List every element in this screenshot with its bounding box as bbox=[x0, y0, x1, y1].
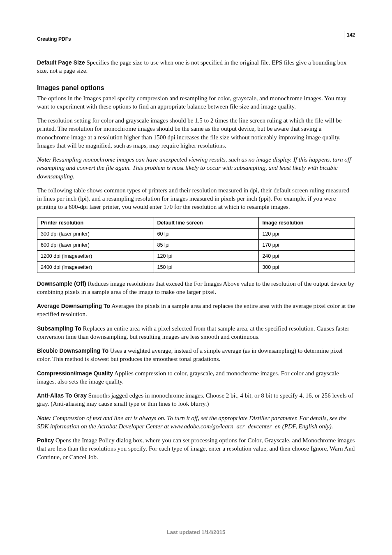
images-panel-p1: The options in the Images panel specify … bbox=[37, 94, 355, 111]
def-term: Default Page Size bbox=[37, 59, 85, 66]
table-cell: 120 lpi bbox=[154, 250, 259, 261]
table-cell: 300 ppi bbox=[259, 261, 355, 273]
table-header-cell: Printer resolution bbox=[37, 217, 154, 228]
def-default-page-size: Default Page Size Specifies the page siz… bbox=[37, 58, 355, 75]
table-row: 300 dpi (laser printer) 60 lpi 120 ppi bbox=[37, 228, 355, 239]
def-antialias-to-gray: Anti-Alias To Gray Smooths jagged edges … bbox=[37, 391, 355, 408]
images-panel-heading: Images panel options bbox=[37, 84, 355, 92]
table-cell: 170 ppi bbox=[259, 239, 355, 250]
table-cell: 2400 dpi (imagesetter) bbox=[37, 261, 154, 273]
note-label: Note: bbox=[37, 156, 51, 163]
def-policy: Policy Opens the Image Policy dialog box… bbox=[37, 436, 355, 461]
table-header-row: Printer resolution Default line screen I… bbox=[37, 217, 355, 228]
page-header: Creating PDFs 142 bbox=[37, 36, 355, 42]
images-panel-note1: Note: Resampling monochrome images can h… bbox=[37, 155, 355, 180]
table-cell: 600 dpi (laser printer) bbox=[37, 239, 154, 250]
def-subsampling-to: Subsampling To Replaces an entire area w… bbox=[37, 324, 355, 341]
note-label: Note: bbox=[37, 415, 51, 421]
def-average-downsampling: Average Downsampling To Averages the pix… bbox=[37, 302, 355, 319]
def-compression-quality: Compression/Image Quality Applies compre… bbox=[37, 369, 355, 386]
images-panel-p2: The resolution setting for color and gra… bbox=[37, 116, 355, 150]
note-body-post: (PDF, English only). bbox=[281, 423, 333, 430]
note-compression: Note: Compression of text and line art i… bbox=[37, 414, 355, 431]
page-number: 142 bbox=[344, 31, 355, 39]
def-term: Bicubic Downsampling To bbox=[37, 347, 108, 354]
table-row: 2400 dpi (imagesetter) 150 lpi 300 ppi bbox=[37, 261, 355, 273]
def-body: Opens the Image Policy dialog box, where… bbox=[37, 437, 355, 460]
table-cell: 60 lpi bbox=[154, 228, 259, 239]
def-term: Compression/Image Quality bbox=[37, 370, 113, 377]
table-cell: 1200 dpi (imagesetter) bbox=[37, 250, 154, 261]
page: Creating PDFs 142 Default Page Size Spec… bbox=[0, 0, 392, 555]
images-panel-p3: The following table shows common types o… bbox=[37, 186, 355, 211]
def-bicubic-downsampling: Bicubic Downsampling To Uses a weighted … bbox=[37, 347, 355, 363]
table-cell: 85 lpi bbox=[154, 239, 259, 250]
def-body: Replaces an entire area with a pixel sel… bbox=[37, 325, 349, 340]
table-cell: 240 ppi bbox=[259, 250, 355, 261]
def-term: Average Downsampling To bbox=[37, 303, 110, 309]
def-downsample-off: Downsample (Off) Reduces image resolutio… bbox=[37, 280, 355, 296]
resolution-table: Printer resolution Default line screen I… bbox=[37, 217, 355, 273]
page-footer: Last updated 1/14/2015 bbox=[0, 529, 392, 535]
table-cell: 150 lpi bbox=[154, 261, 259, 273]
note-body: Resampling monochrome images can have un… bbox=[37, 156, 351, 180]
table-row: 1200 dpi (imagesetter) 120 lpi 240 ppi bbox=[37, 250, 355, 261]
def-term: Subsampling To bbox=[37, 325, 81, 332]
table-header-cell: Default line screen bbox=[154, 217, 259, 228]
table-cell: 300 dpi (laser printer) bbox=[37, 228, 154, 239]
def-term: Anti-Alias To Gray bbox=[37, 392, 87, 399]
table-header-cell: Image resolution bbox=[259, 217, 355, 228]
devcenter-link[interactable]: www.adobe.com/go/learn_acr_devcenter_en bbox=[171, 423, 281, 430]
section-title: Creating PDFs bbox=[37, 36, 71, 42]
def-term: Downsample (Off) bbox=[37, 280, 86, 287]
table-row: 600 dpi (laser printer) 85 lpi 170 ppi bbox=[37, 239, 355, 250]
def-term: Policy bbox=[37, 437, 54, 444]
table-cell: 120 ppi bbox=[259, 228, 355, 239]
